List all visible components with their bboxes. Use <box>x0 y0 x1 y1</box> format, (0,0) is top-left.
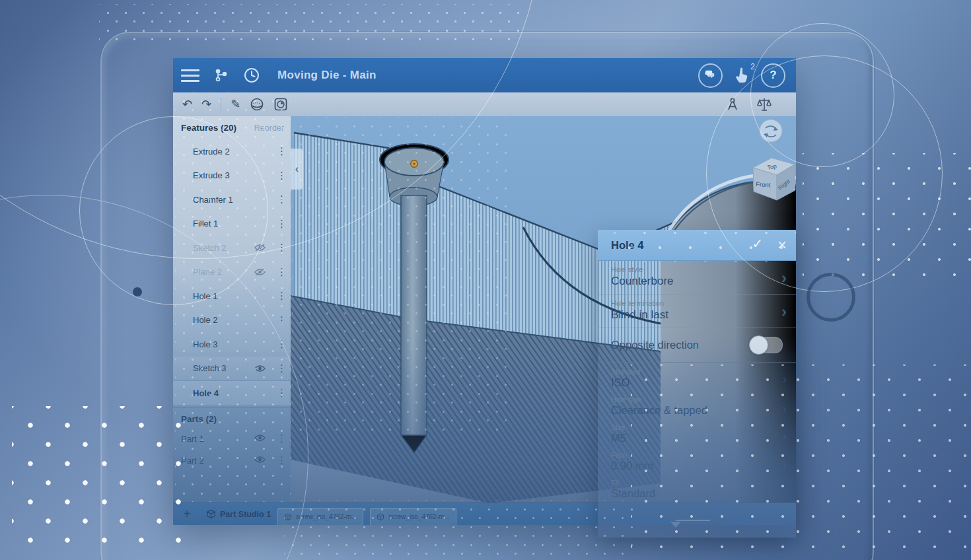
view-cube[interactable]: Top Front Right <box>753 158 795 200</box>
chevron-right-icon[interactable]: › <box>782 429 787 444</box>
fit-label: Fit <box>611 479 783 487</box>
feature-row-plane-2[interactable]: Plane 2 ⋮ <box>173 260 291 285</box>
eye-visible-icon[interactable] <box>254 455 266 466</box>
kebab-menu-icon[interactable]: ⋮ <box>277 433 287 444</box>
fit-value: Standard <box>611 487 783 500</box>
kebab-menu-icon[interactable]: ⋮ <box>277 170 287 182</box>
tab-part-studio-1[interactable]: Part Studio 1 <box>206 509 271 519</box>
kebab-menu-icon[interactable]: ⋮ <box>277 290 287 302</box>
kebab-menu-icon[interactable]: ⋮ <box>277 266 287 278</box>
eye-hidden-icon[interactable] <box>254 243 266 252</box>
size-value: M5 <box>611 432 783 444</box>
comments-button[interactable] <box>698 63 723 88</box>
dot-pattern <box>803 153 971 285</box>
panel-collapse-handle[interactable]: ‹ <box>291 149 303 190</box>
chevron-right-icon[interactable]: › <box>781 269 787 287</box>
feature-row-extrude-2[interactable]: Extrude 2 ⋮ <box>173 139 291 164</box>
kebab-menu-icon[interactable]: ⋮ <box>277 193 287 205</box>
kebab-menu-icon[interactable]: ⋮ <box>277 242 287 254</box>
feature-row-sketch-3[interactable]: Sketch 3 ⋮ <box>173 357 291 381</box>
slider-handle[interactable] <box>670 522 681 528</box>
chevron-right-icon[interactable]: › <box>782 456 787 472</box>
kebab-menu-icon[interactable]: ⋮ <box>277 363 287 374</box>
confirm-icon[interactable]: ✓ <box>752 237 763 253</box>
analysis-icon[interactable] <box>726 97 739 112</box>
pitch-row[interactable]: Pitch 0.90 mm › <box>598 448 796 476</box>
versions-icon[interactable] <box>214 68 229 83</box>
eye-hidden-icon[interactable] <box>254 267 266 277</box>
toggle-knob[interactable] <box>749 335 768 355</box>
follow-mode-button[interactable]: 2 <box>735 67 749 84</box>
eye-visible-icon[interactable] <box>254 364 266 373</box>
menu-icon[interactable] <box>181 66 199 85</box>
fit-row[interactable]: Fit Standard <box>598 476 796 504</box>
feature-label: Sketch 2 <box>193 243 227 253</box>
feature-label: Hole 1 <box>193 291 218 301</box>
undo-button[interactable]: ↶ <box>182 98 192 110</box>
tab-screw-1[interactable]: screw_iso_4762-m... <box>277 508 363 525</box>
hole-style-value: Counterbore <box>611 275 783 288</box>
feature-row-hole-3[interactable]: Hole 3 ⋮ <box>173 332 291 357</box>
kebab-menu-icon[interactable]: ⋮ <box>277 314 287 326</box>
part-label: Part 2 <box>181 456 204 466</box>
sketch-button[interactable]: ✎ <box>231 98 240 110</box>
shaded-view-button[interactable] <box>250 97 264 112</box>
features-header: Features (20) <box>181 123 236 133</box>
hole-type-row[interactable]: Hole type Clearance & tapped › <box>598 393 796 421</box>
feature-label: Sketch 3 <box>193 363 227 373</box>
dot-pattern <box>12 406 185 551</box>
tab-screw-2[interactable]: screw_iso_4762-m... <box>370 508 456 525</box>
kebab-menu-icon[interactable]: ⋮ <box>277 454 287 466</box>
part-studio-icon <box>206 509 216 519</box>
kebab-menu-icon[interactable]: ⋮ <box>277 338 287 350</box>
size-row[interactable]: Size M5 › <box>598 421 796 448</box>
feature-label: Hole 2 <box>193 315 218 325</box>
help-button[interactable]: ? <box>761 63 785 88</box>
help-glyph: ? <box>770 69 776 82</box>
view-reset-button[interactable] <box>760 120 782 142</box>
feature-label: Hole 4 <box>193 388 219 398</box>
top-bar: Moving Die - Main 2 ? <box>173 58 796 92</box>
redo-button[interactable]: ↷ <box>201 98 211 110</box>
hole-termination-row[interactable]: Hole termination Blind in last › <box>598 295 796 328</box>
view-cube-front-label[interactable]: Front <box>756 180 771 189</box>
feature-row-sketch-2[interactable]: Sketch 2 ⋮ <box>173 236 291 260</box>
add-tab-button[interactable]: + <box>177 507 197 522</box>
part-row-2[interactable]: Part 2 ⋮ <box>173 450 291 472</box>
opposite-direction-toggle[interactable] <box>750 337 783 353</box>
hole-dialog-header[interactable]: Hole 4 ✓ × <box>598 230 796 261</box>
hole-style-row[interactable]: Hole style Counterbore › <box>598 261 796 295</box>
kebab-menu-icon[interactable]: ⋮ <box>277 387 287 399</box>
kebab-menu-icon[interactable]: ⋮ <box>277 145 287 157</box>
preview-slider[interactable] <box>612 519 710 521</box>
standard-row[interactable]: Standard ISO › <box>598 363 796 393</box>
hole-type-label: Hole type <box>611 396 783 403</box>
reorder-button[interactable]: Reorder <box>254 123 284 133</box>
history-icon[interactable] <box>243 67 260 84</box>
part-studio-icon <box>377 513 384 521</box>
feature-row-fillet-1[interactable]: Fillet 1 ⋮ <box>173 212 291 236</box>
chevron-right-icon[interactable]: › <box>782 401 787 416</box>
feature-tree-panel: Features (20) Reorder Extrude 2 ⋮ Extrud… <box>173 116 291 503</box>
pitch-value: 0.90 mm <box>611 460 783 472</box>
chevron-right-icon[interactable]: › <box>782 372 787 387</box>
chevron-right-icon[interactable]: › <box>781 302 787 321</box>
part-label: Part 1 <box>181 434 204 444</box>
screw-shaft <box>401 195 427 435</box>
hole-dialog-body: Hole style Counterbore › Hole terminatio… <box>598 261 796 538</box>
final-label: Final <box>729 514 750 526</box>
kebab-menu-icon[interactable]: ⋮ <box>277 218 287 230</box>
feature-row-hole-4[interactable]: Hole 4 ⋮ <box>173 380 291 406</box>
eye-visible-icon[interactable] <box>254 433 266 444</box>
measure-icon[interactable] <box>756 97 772 112</box>
feature-row-hole-2[interactable]: Hole 2 ⋮ <box>173 308 291 333</box>
feature-label: Plane 2 <box>193 267 222 277</box>
hole-termination-value: Blind in last <box>611 308 783 322</box>
feature-row-extrude-3[interactable]: Extrude 3 ⋮ <box>173 164 291 188</box>
feature-row-chamfer-1[interactable]: Chamfer 1 ⋮ <box>173 188 291 212</box>
render-mode-button[interactable] <box>273 97 288 112</box>
feature-row-hole-1[interactable]: Hole 1 ⋮ <box>173 284 291 308</box>
close-icon[interactable]: × <box>777 237 787 253</box>
part-row-1[interactable]: Part 1 ⋮ <box>173 428 291 450</box>
hole-type-value: Clearance & tapped <box>611 404 783 417</box>
